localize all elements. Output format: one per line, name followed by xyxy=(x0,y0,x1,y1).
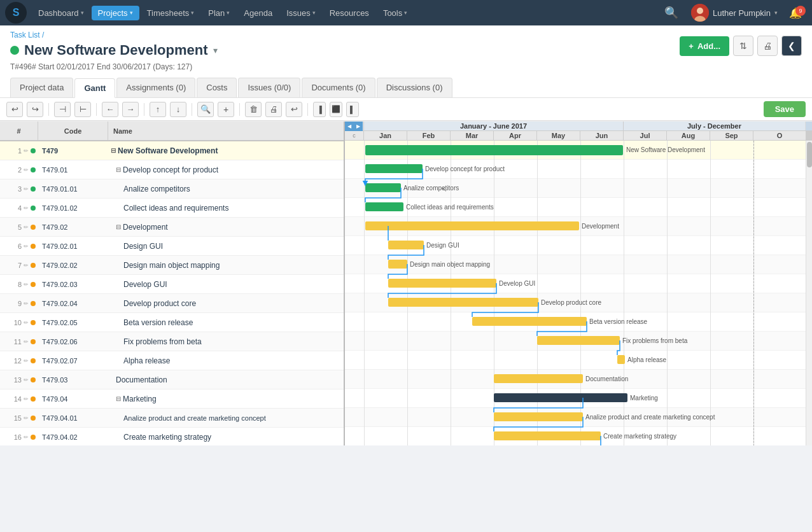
nav-item-agenda[interactable]: Agenda xyxy=(237,6,279,20)
svg-point-3 xyxy=(697,8,703,14)
print-gantt-button[interactable]: 🖨 xyxy=(265,102,282,117)
user-section[interactable]: Luther Pumpkin ▾ xyxy=(686,4,783,22)
col-header-num: # xyxy=(0,122,38,140)
table-row[interactable]: 4✏ T479.01.02 Collect ideas and requirem… xyxy=(0,199,344,218)
edit-icon[interactable]: ✏ xyxy=(24,415,29,421)
tab-costs[interactable]: Costs xyxy=(197,78,237,97)
table-row[interactable]: 8✏ T479.02.03 Develop GUI xyxy=(0,275,344,294)
table-row[interactable]: 10✏ T479.02.05 Beta version release xyxy=(0,313,344,332)
logo[interactable]: S xyxy=(5,2,27,24)
nav-item-tools[interactable]: Tools ▾ xyxy=(377,6,414,20)
svg-rect-26 xyxy=(537,336,620,345)
print-button[interactable]: 🖨 xyxy=(757,36,778,56)
zoom-out-button[interactable]: 🔍 xyxy=(197,102,214,117)
svg-text:Analize product and create mar: Analize product and create marketing con… xyxy=(585,414,715,421)
svg-rect-7 xyxy=(365,164,423,173)
period-jan-jun: January - June 2017 xyxy=(364,122,624,130)
view-toggle-1[interactable]: ▐ xyxy=(313,102,326,117)
indent-button[interactable]: ⊣ xyxy=(54,102,71,117)
nav-item-plan[interactable]: Plan ▾ xyxy=(202,6,236,20)
edit-icon[interactable]: ✏ xyxy=(24,224,29,230)
table-row[interactable]: 12✏ T479.02.07 Alpha release xyxy=(0,351,344,370)
table-row[interactable]: 14✏ T479.04 ⊟ Marketing xyxy=(0,389,344,409)
edit-icon[interactable]: ✏ xyxy=(24,434,29,440)
edit-icon[interactable]: ✏ xyxy=(24,377,29,383)
table-row[interactable]: 6✏ T479.02.01 Design GUI xyxy=(0,237,344,256)
edit-icon[interactable]: ✏ xyxy=(24,300,29,307)
svg-rect-14 xyxy=(365,221,579,230)
svg-text:Develop GUI: Develop GUI xyxy=(499,280,535,287)
delete-button[interactable]: 🗑 xyxy=(245,102,262,117)
svg-text:Design main object mapping: Design main object mapping xyxy=(410,261,490,268)
svg-rect-28 xyxy=(617,355,625,364)
svg-rect-9 xyxy=(365,183,401,192)
nav-item-dashboard[interactable]: Dashboard ▾ xyxy=(32,6,90,20)
edit-icon[interactable]: ✏ xyxy=(24,243,29,249)
user-name: Luther Pumpkin xyxy=(713,8,771,18)
move-left-button[interactable]: ← xyxy=(102,102,118,117)
nav-item-projects[interactable]: Projects ▾ xyxy=(92,6,139,20)
view-toggle-2[interactable]: ⬛ xyxy=(330,102,342,117)
edit-icon[interactable]: ✏ xyxy=(24,339,29,345)
sort-button[interactable]: ⇅ xyxy=(733,36,753,56)
breadcrumb[interactable]: Task List / xyxy=(10,31,218,39)
col-header-code: Code xyxy=(38,122,108,140)
svg-rect-18 xyxy=(388,260,407,269)
tab-gantt[interactable]: Gantt xyxy=(74,78,115,98)
table-row[interactable]: 7✏ T479.02.02 Design main object mapping xyxy=(0,256,344,275)
edit-icon[interactable]: ✏ xyxy=(24,205,29,211)
edit-icon[interactable]: ✏ xyxy=(24,148,29,154)
move-up-button[interactable]: ↑ xyxy=(150,102,166,117)
table-row[interactable]: 15✏ T479.04.01 Analize product and creat… xyxy=(0,409,344,428)
search-button[interactable]: 🔍 xyxy=(658,6,685,20)
edit-icon[interactable]: ✏ xyxy=(24,396,29,402)
nav-item-resources[interactable]: Resources xyxy=(323,6,375,20)
edit-icon[interactable]: ✏ xyxy=(24,262,29,269)
table-row[interactable]: 13✏ T479.03 Documentation xyxy=(0,370,344,389)
tab-project-data[interactable]: Project data xyxy=(10,78,73,97)
table-row[interactable]: 1 ✏ T479 ⊟ New Software Development xyxy=(0,141,344,160)
table-row[interactable]: 11✏ T479.02.06 Fix problems from beta xyxy=(0,332,344,351)
move-right-button[interactable]: → xyxy=(122,102,139,117)
undo-button[interactable]: ↩ xyxy=(6,102,23,117)
move-down-button[interactable]: ↓ xyxy=(170,102,186,117)
gantt-table-rows: 1 ✏ T479 ⊟ New Software Development 2✏ xyxy=(0,141,344,445)
svg-rect-36 xyxy=(494,431,601,440)
edit-icon[interactable]: ✏ xyxy=(24,358,29,364)
redo-button[interactable]: ↪ xyxy=(27,102,43,117)
edit-icon[interactable]: ✏ xyxy=(24,281,29,288)
tab-assignments[interactable]: Assignments (0) xyxy=(116,78,195,97)
edit-icon[interactable]: ✏ xyxy=(24,167,29,173)
nav-item-timesheets[interactable]: Timesheets ▾ xyxy=(141,6,201,20)
svg-text:Design GUI: Design GUI xyxy=(426,242,459,249)
table-row[interactable]: 3✏ T479.01.01 Analize competitors xyxy=(0,179,344,199)
svg-text:Beta version release: Beta version release xyxy=(589,318,648,325)
svg-text:Analize competitors: Analize competitors xyxy=(403,185,459,192)
nav-item-issues[interactable]: Issues ▾ xyxy=(280,6,322,20)
zoom-in-button[interactable]: + xyxy=(218,102,234,117)
table-row[interactable]: 9✏ T479.02.04 Develop product core xyxy=(0,294,344,313)
svg-text:New Software Development: New Software Development xyxy=(626,146,705,153)
outdent-button[interactable]: ⊢ xyxy=(74,102,91,117)
table-row[interactable]: 2✏ T479.01 ⊟ Develop concept for product xyxy=(0,160,344,179)
add-button-label: Add... xyxy=(697,41,720,51)
table-row[interactable]: 16✏ T479.04.02 Create marketing strategy xyxy=(0,428,344,445)
edit-icon[interactable]: ✏ xyxy=(24,319,29,326)
add-button[interactable]: + Add... xyxy=(680,36,729,56)
svg-text:Fix problems from beta: Fix problems from beta xyxy=(622,337,688,344)
notification-bell[interactable]: 🔔 9 xyxy=(784,7,807,19)
save-button[interactable]: Save xyxy=(764,101,806,117)
table-row[interactable]: 5✏ T479.02 ⊟ Development xyxy=(0,218,344,237)
gantt-left-panel: # Code Name 1 ✏ T479 ⊟ New So xyxy=(0,122,345,445)
edit-icon[interactable]: ✏ xyxy=(24,186,29,192)
collapse-button[interactable]: ❮ xyxy=(781,36,802,56)
tab-issues[interactable]: Issues (0/0) xyxy=(238,78,300,97)
tab-discussions[interactable]: Discussions (0) xyxy=(377,78,452,97)
svg-rect-30 xyxy=(494,374,583,383)
project-status-dot xyxy=(10,46,19,55)
link-button[interactable]: ↩ xyxy=(286,102,302,117)
project-title-chevron[interactable]: ▾ xyxy=(213,45,218,55)
svg-text:Development: Development xyxy=(582,223,619,230)
view-toggle-3[interactable]: ▌ xyxy=(346,102,359,117)
tab-documents[interactable]: Documents (0) xyxy=(302,78,375,97)
